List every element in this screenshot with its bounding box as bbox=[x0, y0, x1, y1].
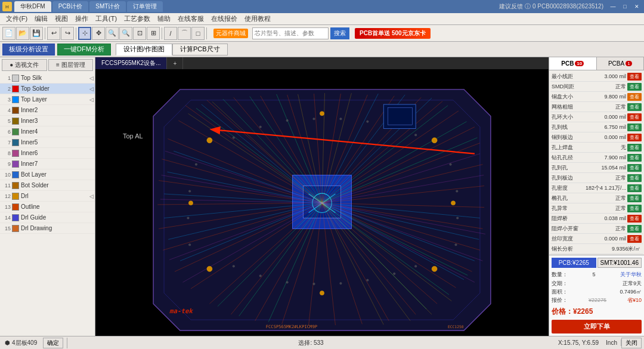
menu-quote[interactable]: 在线报价 bbox=[208, 13, 241, 24]
rpanel-check-button[interactable]: 查看 bbox=[627, 113, 642, 121]
menu-service[interactable]: 在线客服 bbox=[174, 13, 208, 24]
tb-undo[interactable]: ↩ bbox=[47, 27, 60, 40]
maximize-button[interactable]: □ bbox=[620, 2, 630, 11]
title-tab-pcb[interactable]: PCB计价 bbox=[52, 1, 89, 12]
select-file-button[interactable]: ● 选视文件 bbox=[2, 59, 47, 71]
layer-manage-button[interactable]: ≡ 图层管理 bbox=[48, 59, 94, 71]
menu-process[interactable]: 工艺参数 bbox=[120, 13, 154, 24]
layer-item[interactable]: 3 Top Layer ◁ bbox=[0, 94, 95, 105]
search-input[interactable] bbox=[255, 30, 326, 36]
tb-zoom-out[interactable]: 🔍 bbox=[119, 27, 132, 40]
pcb-canvas[interactable]: FCCSP565MK2#LKPICM9P ECC1250 ma-tek bbox=[95, 57, 549, 336]
title-tab-order[interactable]: 订单管理 bbox=[127, 1, 163, 12]
rpanel-check-button[interactable]: 查看 bbox=[627, 205, 642, 212]
order-button[interactable]: 立即下单 bbox=[552, 320, 642, 333]
rpanel-check-button[interactable]: 查看 bbox=[627, 194, 642, 202]
menu-assist[interactable]: 辅助 bbox=[154, 13, 174, 24]
rpanel-check-button[interactable]: 查看 bbox=[627, 134, 642, 141]
rpanel-row-value: 0.000 mil bbox=[604, 236, 626, 242]
rpanel-check-button[interactable]: 查看 bbox=[627, 144, 642, 152]
layer-item[interactable]: 15 Drl Drawing bbox=[0, 223, 95, 234]
title-tab-dfm[interactable]: 华秋DFM bbox=[14, 1, 51, 12]
layer-item[interactable]: 12 Drl ◁ bbox=[0, 191, 95, 202]
tb-new[interactable]: 📄 bbox=[2, 27, 16, 40]
status-confirm-button[interactable]: 确定 bbox=[43, 338, 63, 348]
status-close-button[interactable]: 关闭 bbox=[621, 338, 642, 348]
menu-tutorial[interactable]: 使用教程 bbox=[241, 13, 274, 24]
quote-tab-pcb[interactable]: PCB:¥2265 bbox=[552, 258, 596, 268]
svg-point-106 bbox=[340, 118, 342, 120]
tab-design[interactable]: 设计图/作图图 bbox=[116, 44, 172, 55]
layer-name: Drl Drawing bbox=[21, 225, 94, 231]
tb-zoom-fit[interactable]: ⊡ bbox=[133, 27, 146, 40]
tab-pcb-size[interactable]: 计算PCB尺寸 bbox=[172, 44, 228, 55]
minimize-button[interactable]: — bbox=[608, 2, 618, 11]
tb-save[interactable]: 💾 bbox=[30, 27, 43, 40]
dfm-analyze-button[interactable]: 一键DFM分析 bbox=[57, 44, 111, 55]
tb-line[interactable]: / bbox=[164, 27, 177, 40]
rpanel-tab-pcba[interactable]: PCBA 1 bbox=[597, 57, 645, 70]
layer-color-swatch bbox=[12, 203, 19, 211]
tb-arc[interactable]: ⌒ bbox=[178, 27, 191, 40]
rpanel-row-label: 阻焊小开窗 bbox=[552, 225, 614, 233]
layer-item[interactable]: 2 Top Solder ◁ bbox=[0, 84, 95, 94]
menu-file[interactable]: 文件(F) bbox=[2, 13, 31, 24]
close-button[interactable]: ✕ bbox=[632, 2, 642, 11]
component-search-area: 元器件商城 搜索 bbox=[213, 27, 349, 39]
search-box[interactable] bbox=[252, 27, 329, 39]
layer-item[interactable]: 9 Inner7 bbox=[0, 159, 95, 169]
search-button[interactable]: 搜索 bbox=[330, 27, 349, 39]
rpanel-check-button[interactable]: 查看 bbox=[627, 93, 642, 101]
rpanel-row-label: 铜盘大小 bbox=[552, 93, 603, 101]
layer-item[interactable]: 5 Inner3 bbox=[0, 116, 95, 126]
quote-tab-smt[interactable]: SMT:¥1001.46 bbox=[597, 258, 642, 268]
tb-redo[interactable]: ↪ bbox=[61, 27, 74, 40]
layer-icon: ◁ bbox=[89, 193, 94, 199]
rpanel-row-value: 正常 bbox=[615, 103, 626, 111]
layer-item[interactable]: 8 Inner6 bbox=[0, 148, 95, 159]
rpanel-check-button[interactable]: 查看 bbox=[627, 103, 642, 111]
layer-color-swatch bbox=[12, 182, 19, 189]
rpanel-check-button[interactable]: 查看 bbox=[627, 235, 642, 243]
rpanel-check-button[interactable]: 查看 bbox=[627, 174, 642, 182]
layer-item[interactable]: 11 Bot Solder bbox=[0, 180, 95, 191]
canvas-area[interactable]: FCCSP565MK2设备... + bbox=[95, 57, 549, 336]
layer-item[interactable]: 1 Top Silk ◁ bbox=[0, 73, 95, 84]
layer-item[interactable]: 6 Inner4 bbox=[0, 126, 95, 137]
layer-item[interactable]: 4 Inner2 bbox=[0, 105, 95, 116]
rpanel-row: 网格粗细 正常 查看 bbox=[550, 102, 643, 112]
rpanel-check-button[interactable]: 查看 bbox=[627, 73, 642, 81]
tb-zoom-area[interactable]: ⊞ bbox=[147, 27, 160, 40]
layer-item[interactable]: 10 Bot Layer bbox=[0, 169, 95, 180]
rpanel-check-button[interactable]: 查看 bbox=[627, 225, 642, 233]
menu-tools[interactable]: 工具(T) bbox=[92, 13, 120, 24]
tb-move[interactable]: ✥ bbox=[92, 27, 105, 40]
layer-item[interactable]: 14 Drl Guide bbox=[0, 212, 95, 223]
layer-color-swatch bbox=[12, 150, 19, 157]
rpanel-check-button[interactable]: 查看 bbox=[627, 215, 642, 223]
tb-zoom-in[interactable]: 🔍 bbox=[106, 27, 119, 40]
analyze-settings-button[interactable]: 板级分析设置 bbox=[2, 44, 55, 55]
rpanel-check-button[interactable]: 查看 bbox=[627, 123, 642, 131]
rpanel-check-button[interactable]: 查看 bbox=[627, 164, 642, 172]
svg-point-124 bbox=[456, 217, 459, 220]
menu-edit[interactable]: 编辑 bbox=[31, 13, 51, 24]
canvas-tab-file[interactable]: FCCSP565MK2设备... bbox=[95, 57, 167, 69]
layer-item[interactable]: 13 Outline bbox=[0, 202, 95, 212]
rpanel-row-value: 正常 bbox=[615, 83, 626, 91]
tb-open[interactable]: 📂 bbox=[16, 27, 29, 40]
layer-color-swatch bbox=[12, 139, 19, 146]
rpanel-check-button[interactable]: 查看 bbox=[627, 83, 642, 91]
rpanel-check-button[interactable]: 查看 bbox=[627, 184, 642, 192]
menu-operate[interactable]: 操作 bbox=[72, 13, 92, 24]
layer-item[interactable]: 7 Inner5 bbox=[0, 137, 95, 148]
title-tab-smt[interactable]: SMT计价 bbox=[89, 1, 126, 12]
rpanel-check-button[interactable]: 查看 bbox=[627, 154, 642, 162]
rpanel-tab-pcb[interactable]: PCB 10 bbox=[549, 57, 597, 70]
tb-select[interactable]: ⊹ bbox=[78, 27, 91, 40]
tb-rect[interactable]: □ bbox=[191, 27, 205, 40]
layer-list: 1 Top Silk ◁ 2 Top Solder ◁ 3 Top Layer … bbox=[0, 73, 95, 336]
menu-view[interactable]: 视图 bbox=[51, 13, 72, 24]
quote-about-link[interactable]: 关于华秋 bbox=[620, 270, 642, 279]
canvas-tab-add[interactable]: + bbox=[167, 57, 183, 69]
